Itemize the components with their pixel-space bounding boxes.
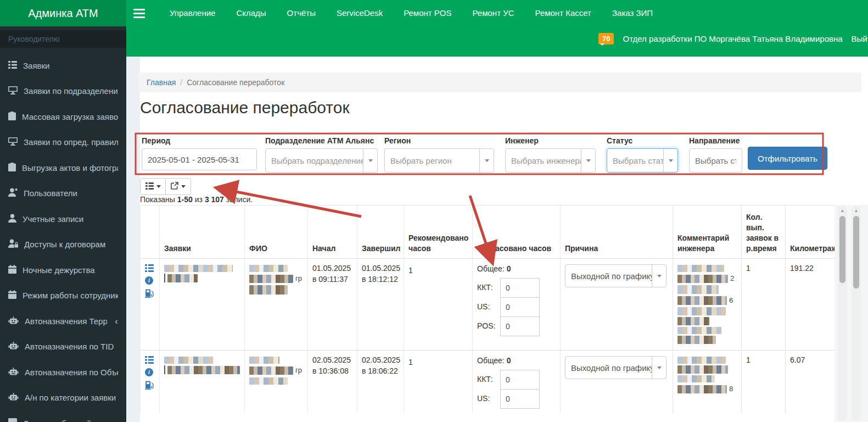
- filter-engineer: Инженер Выбрать инженера: [505, 136, 596, 173]
- kkt-input[interactable]: [500, 370, 540, 390]
- user-lock-icon: [8, 239, 18, 249]
- scrollbar-thumb[interactable]: [839, 216, 845, 283]
- chevron-down-icon[interactable]: [652, 265, 666, 287]
- app-root: Админка АТМ Управление Склады Отчёты Ser…: [0, 0, 868, 422]
- user-name[interactable]: Отдел разработки ПО Моргачёва Татьяна Вл…: [623, 34, 842, 43]
- th-kol-vyp: Кол. вып. заявок в р.время: [742, 206, 786, 259]
- grid-toolbar: [140, 178, 191, 195]
- sidebar-item-zayavki[interactable]: Заявки: [0, 53, 126, 79]
- direction-input[interactable]: [689, 148, 742, 173]
- reason-select[interactable]: Выходной по графику: [565, 264, 667, 287]
- nav-item-zakaz-zip[interactable]: Заказ ЗИП: [602, 0, 663, 26]
- chevron-down-icon[interactable]: [663, 149, 677, 172]
- cell-nachal: 02.05.2025 в 10:36:08: [308, 351, 357, 413]
- sidebar-item-lenta-soobshcheniy[interactable]: Лента сообщений: [0, 410, 126, 422]
- row-list-icon[interactable]: [145, 264, 155, 272]
- page-title: Согласование переработок: [140, 98, 350, 117]
- notification-badge[interactable]: 70: [598, 33, 614, 45]
- summary-total: 3 107: [205, 195, 224, 204]
- export-button[interactable]: [165, 178, 191, 195]
- nav-item-otchety[interactable]: Отчёты: [277, 0, 326, 26]
- kkt-input[interactable]: [500, 278, 540, 298]
- sidebar-item-avtonaznacheniya-obekt[interactable]: Автоназначения по Объекту: [0, 359, 126, 385]
- filter-region: Регион Выбрать регион: [384, 136, 494, 173]
- fuel-pump-icon[interactable]: [145, 381, 155, 390]
- us-input[interactable]: [500, 389, 540, 409]
- nav-item-remont-pos[interactable]: Ремонт POS: [393, 0, 462, 26]
- hamburger-icon[interactable]: [133, 9, 145, 18]
- scrollbar-thumb[interactable]: [853, 216, 859, 288]
- sidebar-item-avtonaznacheniya-territ[interactable]: Автоназначения Террит. ‹: [0, 308, 126, 334]
- scroll-up-icon[interactable]: ▲: [838, 206, 847, 213]
- th-zavershil: Завершил: [357, 206, 404, 259]
- period-input[interactable]: [142, 148, 257, 170]
- info-icon[interactable]: i: [145, 368, 153, 376]
- sidebar-item-zayavki-po-podrazdeleniyu[interactable]: Заявки по подразделению: [0, 79, 126, 104]
- row-list-icon[interactable]: [145, 356, 155, 364]
- nav-item-upravlenie[interactable]: Управление: [159, 0, 226, 26]
- content-area: Главная / Согласование переработок Согла…: [126, 57, 868, 422]
- chevron-down-icon[interactable]: [363, 149, 377, 172]
- th-nachal: Начал: [308, 206, 357, 259]
- nav-item-remont-us[interactable]: Ремонт УС: [462, 0, 525, 26]
- chevron-down-icon[interactable]: [581, 149, 595, 172]
- region-select[interactable]: Выбрать регион: [384, 148, 494, 173]
- sidebar-section-header: Руководителю: [0, 30, 126, 48]
- robot-icon: [8, 316, 19, 326]
- users-icon: [8, 188, 18, 198]
- sidebar-item-massovaya-zagruzka[interactable]: Массовая загрузка заявок: [0, 104, 126, 130]
- outer-scrollbar[interactable]: ▲: [852, 206, 861, 421]
- sidebar-item-label: Массовая загрузка заявок: [22, 112, 118, 121]
- info-icon[interactable]: i: [145, 276, 153, 285]
- us-input[interactable]: [500, 297, 540, 317]
- chevron-down-icon[interactable]: [479, 149, 494, 172]
- app-logo[interactable]: Админка АТМ: [0, 0, 126, 26]
- logout-link[interactable]: Выйти: [852, 34, 868, 43]
- sidebar-item-avtonaznacheniya-tid[interactable]: Автоназначения по TID: [0, 334, 126, 360]
- sidebar-item-dostupy-k-dogovoram[interactable]: Доступы к договорам: [0, 232, 126, 258]
- reason-select[interactable]: Выходной по графику: [565, 356, 667, 379]
- inner-scrollbar[interactable]: ▲: [838, 206, 847, 421]
- region-select-placeholder: Выбрать регион: [385, 149, 479, 172]
- nav-item-remont-kasset[interactable]: Ремонт Кассет: [525, 0, 602, 26]
- cell-prichina: Выходной по графику: [561, 259, 673, 351]
- breadcrumb-home-link[interactable]: Главная: [147, 78, 176, 87]
- redacted-text: [677, 357, 726, 364]
- chevron-left-icon: ‹: [115, 316, 118, 326]
- sidebar-item-zayavki-po-pravilam[interactable]: Заявки по опред. правилам: [0, 130, 126, 156]
- pos-input[interactable]: [500, 316, 540, 336]
- sidebar-item-label: Доступы к договорам: [24, 240, 105, 249]
- sidebar-item-label: А/н по категории заявки: [25, 393, 116, 402]
- chevron-down-icon[interactable]: [652, 357, 666, 379]
- filter-engineer-label: Инженер: [505, 136, 596, 145]
- nav-item-sklady[interactable]: Склады: [226, 0, 276, 26]
- cell-zavershil: 02.05.2025 в 18:06:22: [357, 351, 404, 413]
- cell-rekomendovano: 1: [404, 259, 473, 351]
- sidebar-item-label: Лента сообщений: [23, 419, 91, 422]
- approved-total: 0: [507, 264, 511, 273]
- fuel-pump-icon[interactable]: [145, 289, 155, 298]
- sidebar-item-polzovateli[interactable]: Пользователи: [0, 181, 126, 207]
- engineer-select[interactable]: Выбрать инженера: [505, 148, 596, 173]
- sidebar: Руководителю Заявки Заявки по подразделе…: [0, 26, 126, 422]
- sidebar-item-nochnye-dezhurstva[interactable]: Ночные дежурства: [0, 257, 126, 283]
- filter-button[interactable]: Отфильтровать: [748, 147, 827, 170]
- sidebar-item-an-po-kategorii[interactable]: А/н по категории заявки: [0, 385, 126, 411]
- status-select[interactable]: Выбрать статус: [607, 148, 678, 173]
- sidebar-item-uchetnye-zapisi[interactable]: Учетные записи: [0, 206, 126, 232]
- nav-item-servicedesk[interactable]: ServiceDesk: [326, 0, 393, 26]
- th-rekomendovano: Рекомендовано часов: [404, 206, 473, 259]
- sidebar-item-label: Заявки по опред. правилам: [24, 137, 118, 147]
- sidebar-item-rezhim-raboty[interactable]: Режим работы сотрудников: [0, 283, 126, 309]
- sidebar-item-label: Заявки: [23, 61, 49, 70]
- filter-period-label: Период: [142, 136, 257, 145]
- monitor-icon: [8, 86, 18, 96]
- th-soglasovano: Согласовано часов: [473, 206, 561, 259]
- sidebar-item-vygruzka-aktov[interactable]: Выгрузка актов и фотографи: [0, 155, 126, 181]
- division-select[interactable]: Выбрать подразделение: [265, 148, 378, 173]
- scroll-up-icon[interactable]: ▲: [852, 206, 861, 213]
- cell-soglasovano: Общее: 0 ККТ: US:: [473, 351, 561, 413]
- columns-toggle-button[interactable]: [140, 178, 166, 195]
- cell-kol-vyp: 1: [742, 351, 786, 413]
- robot-icon: [8, 367, 19, 377]
